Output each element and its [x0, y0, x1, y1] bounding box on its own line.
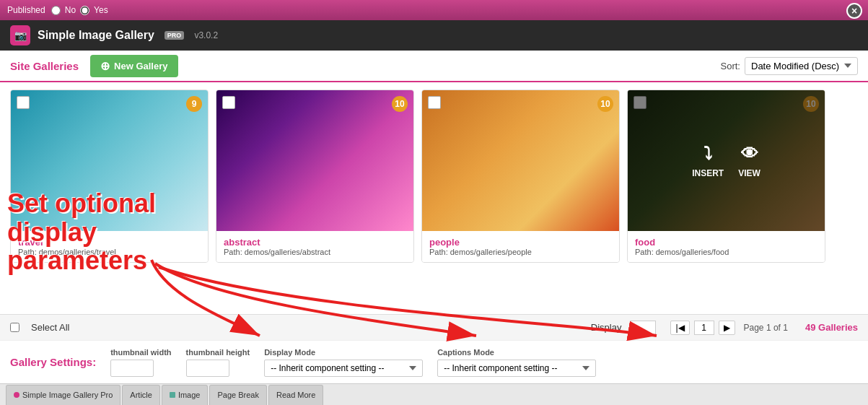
- pagination-nav: |◀ ▶: [670, 321, 735, 335]
- new-gallery-button[interactable]: ⊕ New Gallery: [90, 55, 177, 77]
- gallery-info-abstract: abstract Path: demos/galleries/abstract: [216, 231, 413, 262]
- pagination-bar: Select All Display |◀ ▶ Page 1 of 1 49 G…: [0, 314, 868, 340]
- gallery-path-food: Path: demos/galleries/food: [635, 248, 817, 256]
- published-no-label: No: [65, 5, 76, 15]
- toolbar: Site Galleries ⊕ New Gallery Sort: Date …: [0, 51, 868, 82]
- thumbnail-width-group: thumbnail width: [110, 348, 171, 377]
- gallery-image-travel: 9: [11, 90, 208, 231]
- galleries-count: 49 Galleries: [805, 322, 858, 333]
- path-prefix-3: Path:: [635, 248, 654, 256]
- version-label: v3.0.2: [194, 30, 218, 40]
- card-checkbox-people[interactable]: [428, 96, 441, 109]
- gallery-path-abstract: Path: demos/galleries/abstract: [224, 248, 406, 256]
- page-info: Page 1 of 1: [744, 323, 788, 333]
- card-count-travel: 9: [186, 96, 202, 112]
- path-value-3: demos/galleries/food: [656, 248, 729, 256]
- tab-image[interactable]: Image: [162, 385, 209, 405]
- gallery-card-abstract: 10 abstract Path: demos/galleries/abstra…: [216, 90, 414, 263]
- captions-mode-group: Captions Mode -- Inherit component setti…: [437, 348, 596, 377]
- close-button[interactable]: ×: [846, 3, 862, 19]
- display-input[interactable]: [630, 321, 656, 335]
- site-galleries-label: Site Galleries: [10, 60, 79, 72]
- page-input[interactable]: [694, 321, 714, 335]
- card-count-people: 10: [597, 96, 613, 112]
- view-icon: 👁: [741, 144, 758, 164]
- display-mode-label: Display Mode: [264, 348, 423, 357]
- page-current: 1: [766, 323, 771, 333]
- gallery-image-food: 10 ⤵ INSERT 👁 VIEW: [628, 90, 825, 231]
- card-checkbox-abstract[interactable]: [222, 96, 235, 109]
- card-checkbox-travel[interactable]: [17, 96, 30, 109]
- view-action[interactable]: 👁 VIEW: [738, 144, 760, 178]
- published-radio-group: No Yes: [51, 5, 108, 15]
- sort-select[interactable]: Date Modified (Desc) Date Modified (Asc)…: [745, 57, 858, 75]
- galleries-label: Galleries: [818, 322, 858, 333]
- published-no-radio[interactable]: [51, 6, 61, 15]
- tab-label-image: Image: [178, 391, 201, 399]
- gallery-card-travel: 9 travel Path: demos/galleries/travel: [10, 90, 209, 263]
- tab-simple-image-gallery-pro[interactable]: Simple Image Gallery Pro: [6, 385, 120, 405]
- settings-bar: Gallery Settings: thumbnail width thumbn…: [0, 340, 868, 383]
- gallery-path-travel: Path: demos/galleries/travel: [18, 248, 201, 256]
- gallery-card-people: 10 people Path: demos/galleries/people: [421, 90, 620, 263]
- pro-badge: PRO: [165, 31, 185, 40]
- insert-label: INSERT: [692, 168, 724, 178]
- path-value-2: demos/galleries/people: [450, 248, 532, 256]
- insert-action[interactable]: ⤵ INSERT: [692, 144, 724, 178]
- first-page-button[interactable]: |◀: [670, 321, 689, 335]
- tab-dot-image: [170, 392, 175, 398]
- sort-container: Sort: Date Modified (Desc) Date Modified…: [721, 57, 858, 75]
- top-bar: Published No Yes ×: [0, 0, 868, 20]
- published-yes-radio[interactable]: [80, 6, 89, 15]
- path-prefix-2: Path:: [429, 248, 448, 256]
- select-all-label: Select All: [31, 322, 69, 333]
- gallery-name-people: people: [429, 237, 612, 248]
- thumbnail-width-input[interactable]: [110, 360, 154, 377]
- gallery-name-travel: travel: [18, 237, 201, 248]
- tab-label-page-break: Page Break: [217, 391, 258, 399]
- tab-label-read-more: Read More: [276, 391, 315, 399]
- gallery-grid: 9 travel Path: demos/galleries/travel 10: [10, 90, 858, 263]
- plus-icon: ⊕: [100, 59, 110, 73]
- thumbnail-width-label: thumbnail width: [110, 348, 171, 357]
- gallery-name-abstract: abstract: [224, 237, 406, 248]
- tab-read-more[interactable]: Read More: [268, 385, 323, 405]
- gallery-path-people: Path: demos/galleries/people: [429, 248, 612, 256]
- display-mode-select[interactable]: -- Inherit component setting --: [264, 360, 423, 377]
- gallery-area: 9 travel Path: demos/galleries/travel 10: [0, 82, 868, 314]
- app-icon: 📷: [10, 25, 30, 45]
- new-gallery-label: New Gallery: [114, 61, 167, 71]
- display-mode-group: Display Mode -- Inherit component settin…: [264, 348, 423, 377]
- tab-dot-gallery: [14, 392, 19, 398]
- thumbnail-height-input[interactable]: [186, 360, 229, 377]
- tab-page-break[interactable]: Page Break: [209, 385, 266, 405]
- select-all-checkbox[interactable]: [10, 323, 19, 332]
- display-label: Display: [591, 322, 622, 333]
- captions-mode-select[interactable]: -- Inherit component setting --: [437, 360, 596, 377]
- published-yes-label: Yes: [94, 5, 108, 15]
- bottom-tabs: Simple Image Gallery Pro Article Image P…: [0, 383, 868, 405]
- sort-label: Sort:: [721, 61, 740, 71]
- gallery-name-food: food: [635, 237, 817, 248]
- settings-title: Gallery Settings:: [10, 356, 96, 368]
- view-label: VIEW: [738, 168, 760, 178]
- next-page-button[interactable]: ▶: [719, 321, 735, 335]
- path-prefix-1: Path:: [224, 248, 242, 256]
- card-overlay-food: ⤵ INSERT 👁 VIEW: [628, 90, 825, 231]
- gallery-image-abstract: 10: [216, 90, 413, 231]
- captions-mode-label: Captions Mode: [437, 348, 596, 357]
- page-of-label: Page: [744, 323, 764, 333]
- tab-article[interactable]: Article: [122, 385, 160, 405]
- main-content: Site Galleries ⊕ New Gallery Sort: Date …: [0, 51, 868, 405]
- gallery-info-people: people Path: demos/galleries/people: [422, 231, 619, 262]
- gallery-info-travel: travel Path: demos/galleries/travel: [11, 231, 208, 262]
- page-of2-label: of: [773, 323, 781, 333]
- tab-label-article: Article: [130, 391, 152, 399]
- path-prefix-0: Path:: [18, 248, 37, 256]
- card-count-abstract: 10: [392, 96, 408, 112]
- app-title: Simple Image Gallery: [38, 29, 154, 42]
- app-header: 📷 Simple Image Gallery PRO v3.0.2: [0, 20, 868, 51]
- gallery-image-people: 10: [422, 90, 619, 231]
- path-value-1: demos/galleries/abstract: [245, 248, 330, 256]
- gallery-info-food: food Path: demos/galleries/food: [628, 231, 825, 262]
